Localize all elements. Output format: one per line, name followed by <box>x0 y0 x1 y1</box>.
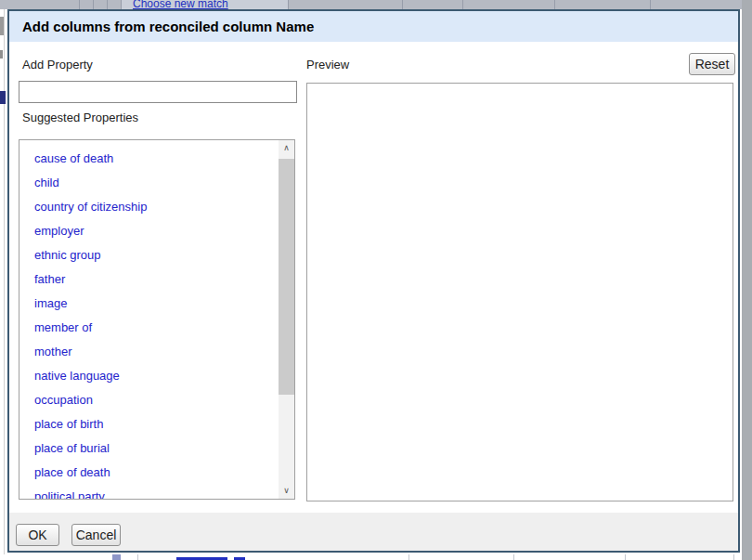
suggested-properties-label: Suggested Properties <box>22 111 138 124</box>
background-divider <box>408 554 409 560</box>
background-fragment <box>112 554 121 560</box>
add-property-input[interactable] <box>19 81 297 103</box>
property-link[interactable]: ethnic group <box>19 243 279 267</box>
background-left-sliver <box>0 9 7 554</box>
dialog-footer: OK Cancel <box>9 513 738 551</box>
background-table-header-strip: Choose new match <box>0 0 742 9</box>
property-list-items: cause of deathchildcountry of citizenshi… <box>19 147 279 500</box>
property-link[interactable]: place of death <box>19 461 279 485</box>
preview-panel <box>306 83 733 501</box>
list-scrollbar[interactable]: ∧ ∨ <box>279 140 294 499</box>
background-right-gutter <box>742 0 752 560</box>
background-table-bottom-sliver <box>0 554 742 560</box>
scroll-down-icon[interactable]: ∨ <box>279 483 294 499</box>
property-link[interactable]: place of birth <box>19 412 279 436</box>
background-divider <box>462 0 463 9</box>
property-link[interactable]: member of <box>19 316 279 340</box>
background-divider <box>554 0 555 9</box>
background-divider <box>93 0 94 9</box>
choose-new-match-link[interactable]: Choose new match <box>133 0 228 9</box>
background-divider <box>137 554 138 560</box>
property-link[interactable]: image <box>19 292 279 316</box>
scroll-up-icon[interactable]: ∧ <box>279 140 294 156</box>
property-link[interactable]: child <box>19 171 279 195</box>
background-fragment <box>0 17 4 35</box>
background-divider <box>107 0 108 9</box>
background-fragment <box>0 91 6 104</box>
property-link[interactable]: country of citizenship <box>19 195 279 219</box>
property-link[interactable]: occupation <box>19 388 279 412</box>
reset-button[interactable]: Reset <box>689 53 735 75</box>
background-divider <box>733 554 734 560</box>
background-fragment <box>0 50 3 59</box>
dialog-title: Add columns from reconciled column Name <box>22 11 314 42</box>
property-link[interactable]: place of burial <box>19 436 279 461</box>
suggested-properties-list: cause of deathchildcountry of citizenshi… <box>19 139 295 500</box>
add-property-label: Add Property <box>22 58 93 72</box>
background-divider <box>79 0 80 9</box>
background-divider <box>402 0 403 9</box>
property-link[interactable]: political party <box>19 485 279 500</box>
property-link[interactable]: native language <box>19 364 279 388</box>
property-link[interactable]: cause of death <box>19 147 279 171</box>
preview-label: Preview <box>306 58 349 72</box>
add-columns-dialog: Add columns from reconciled column Name … <box>7 9 740 553</box>
ok-button[interactable]: OK <box>16 524 59 546</box>
property-link[interactable]: father <box>19 267 279 292</box>
cancel-button[interactable]: Cancel <box>71 524 121 546</box>
scrollbar-thumb[interactable] <box>279 159 294 395</box>
background-divider <box>513 554 514 560</box>
property-link[interactable]: employer <box>19 219 279 243</box>
background-divider <box>288 0 289 9</box>
dialog-title-bar: Add columns from reconciled column Name <box>9 11 738 42</box>
property-link[interactable]: mother <box>19 340 279 364</box>
background-divider <box>625 554 626 560</box>
background-divider <box>650 0 651 9</box>
background-divider <box>121 0 122 9</box>
